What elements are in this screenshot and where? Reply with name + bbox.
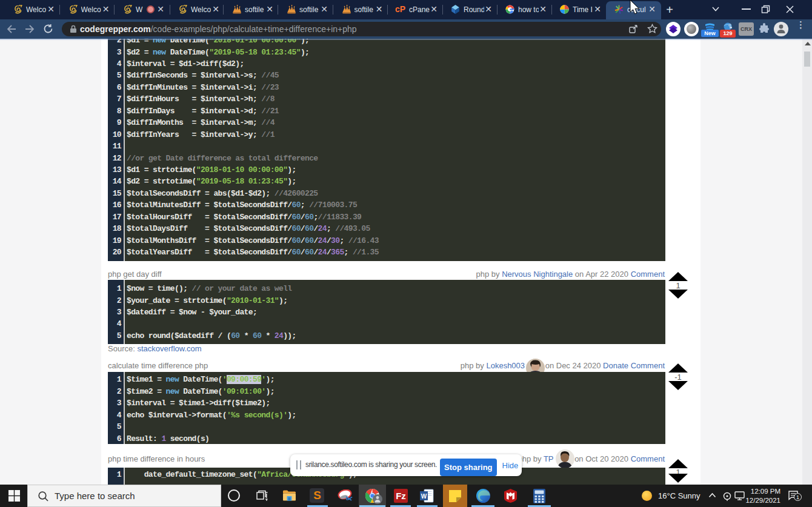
svg-text:W: W xyxy=(421,493,427,500)
